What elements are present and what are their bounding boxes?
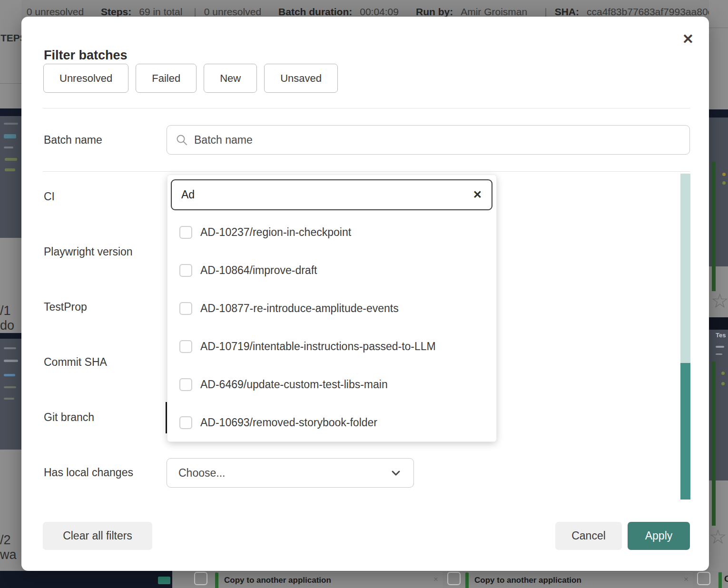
thumb-detail: [716, 353, 722, 355]
ci-option[interactable]: AD-10237/region-in-checkpoint: [167, 213, 496, 251]
batch-name-input[interactable]: [194, 134, 681, 147]
ci-label: CI: [44, 190, 55, 203]
thumbnail-header: [0, 571, 21, 588]
playwright-version-label: Playwright version: [44, 245, 133, 258]
select-value: Choose...: [178, 467, 225, 480]
clear-search-icon[interactable]: ✕: [473, 188, 482, 201]
has-local-changes-select[interactable]: Choose...: [167, 458, 414, 488]
ci-option-checkbox[interactable]: [179, 302, 192, 315]
thumbnail-header: [0, 333, 21, 339]
close-icon[interactable]: ×: [684, 575, 689, 584]
ci-option-checkbox[interactable]: [179, 378, 192, 391]
run-by-value: Amir Groisman: [461, 6, 527, 18]
batch-status-strip: [712, 162, 716, 291]
batch-duration-label: Batch duration:: [278, 6, 352, 18]
card-title: Copy to another application: [224, 576, 331, 585]
thumbnail-header: [0, 108, 21, 116]
chip-new[interactable]: New: [204, 64, 257, 93]
steps-value: 69 in total: [139, 6, 182, 18]
screenshot-thumbnail: [0, 116, 21, 238]
step-checkbox[interactable]: [194, 572, 207, 585]
batch-row-fragment: /2 wa: [0, 533, 21, 562]
step-checkbox[interactable]: [697, 572, 710, 585]
ci-option-label: AD-10719/intentable-instructions-passed-…: [200, 340, 436, 353]
chip-failed[interactable]: Failed: [136, 64, 197, 93]
chip-unresolved[interactable]: Unresolved: [43, 64, 128, 93]
sha-label: SHA:: [555, 6, 579, 18]
background-card-copy-2[interactable]: Copy to another application ×: [465, 572, 693, 588]
ci-option[interactable]: AD-10864/improve-draft: [167, 251, 496, 289]
status-dot: [722, 181, 726, 185]
sha-value: cca4f83b77683af7993aa80c051030: [587, 6, 728, 18]
scrollbar-thumb[interactable]: [680, 363, 690, 500]
thumb-detail: [4, 123, 18, 125]
ci-option-checkbox[interactable]: [179, 416, 192, 429]
ci-option-label: AD-10693/removed-storybook-folder: [200, 416, 377, 429]
thumb-detail: [5, 168, 15, 171]
thumb-detail: [4, 134, 16, 138]
ci-options-list: AD-10237/region-in-checkpoint AD-10864/i…: [167, 213, 496, 441]
thumb-detail: [4, 398, 14, 400]
card-status-border: [718, 572, 722, 588]
screenshot-thumbnail: [0, 339, 21, 450]
divider: [43, 108, 690, 108]
separator: |: [544, 6, 547, 18]
screen: al | 0 unresolved Steps: 69 in total | 0…: [0, 0, 728, 588]
status-badge: [158, 577, 170, 584]
thumb-title-fragment: Tes: [716, 332, 726, 339]
quick-filter-chips: Unresolved Failed New Unsaved: [43, 64, 338, 93]
batch-name-label: Batch name: [44, 134, 102, 147]
has-local-changes-label: Has local changes: [44, 466, 133, 479]
batch-row-fragment: /1 do: [0, 304, 21, 333]
thumbnail-header: [709, 317, 728, 330]
ci-option-checkbox[interactable]: [179, 264, 192, 277]
apply-button[interactable]: Apply: [628, 522, 690, 550]
git-branch-label: Git branch: [44, 411, 94, 424]
star-icon[interactable]: ☆: [709, 527, 727, 547]
search-icon: [176, 134, 188, 146]
card-title-fragment: C: [724, 574, 728, 584]
thumb-detail: [4, 347, 16, 349]
ci-filter-dropdown: ✕ AD-10237/region-in-checkpoint AD-10864…: [167, 175, 496, 441]
steps-label: Steps:: [101, 6, 131, 18]
batch-name-search: [167, 125, 690, 155]
divider: [0, 83, 21, 84]
commit-sha-label: Commit SHA: [44, 356, 107, 369]
thumb-detail: [4, 147, 13, 148]
status-dot: [721, 382, 725, 385]
ci-option[interactable]: AD-6469/update-custom-test-libs-main: [167, 365, 496, 403]
thumbnail-footer: [21, 571, 172, 588]
close-icon[interactable]: ×: [433, 575, 438, 584]
chip-unsaved[interactable]: Unsaved: [264, 64, 338, 93]
close-button[interactable]: ✕: [679, 30, 697, 48]
chevron-down-icon: [390, 467, 402, 479]
ci-option-label: AD-10237/region-in-checkpoint: [200, 226, 351, 239]
ci-option[interactable]: AD-10877-re-introduce-amplitude-events: [167, 289, 496, 327]
star-icon[interactable]: ☆: [711, 291, 728, 311]
background-card-copy-1[interactable]: Copy to another application ×: [215, 572, 443, 588]
ci-option-label: AD-6469/update-custom-test-libs-main: [200, 378, 388, 391]
steps-unresolved-count: 0 unresolved: [204, 6, 261, 18]
cancel-button[interactable]: Cancel: [555, 522, 622, 550]
unresolved-count: 0 unresolved: [27, 6, 84, 18]
testprop-label: TestProp: [44, 301, 87, 314]
status-dot: [721, 372, 725, 375]
thumbnail-header: [709, 109, 728, 118]
status-dot: [722, 173, 726, 176]
ci-option-label: AD-10877-re-introduce-amplitude-events: [200, 302, 399, 315]
batch-status-strip: [712, 362, 716, 526]
clear-all-filters-button[interactable]: Clear all filters: [43, 522, 152, 550]
separator: |: [194, 6, 196, 18]
ci-option[interactable]: AD-10693/removed-storybook-folder: [167, 403, 496, 441]
ci-search-input[interactable]: [181, 188, 473, 201]
step-checkbox[interactable]: [447, 572, 461, 585]
ci-option[interactable]: AD-10719/intentable-instructions-passed-…: [167, 327, 496, 365]
ci-option-checkbox[interactable]: [179, 226, 192, 239]
thumb-detail: [5, 158, 17, 161]
ci-option-checkbox[interactable]: [179, 340, 192, 353]
ci-search-box: ✕: [171, 179, 492, 210]
backdrop-bottom-strip: Copy to another application × Copy to an…: [21, 571, 728, 588]
thumb-detail: [4, 360, 18, 362]
batch-duration-value: 00:04:09: [360, 6, 399, 18]
backdrop-left-rail: TEPS /1 do /2 wa: [0, 0, 21, 588]
